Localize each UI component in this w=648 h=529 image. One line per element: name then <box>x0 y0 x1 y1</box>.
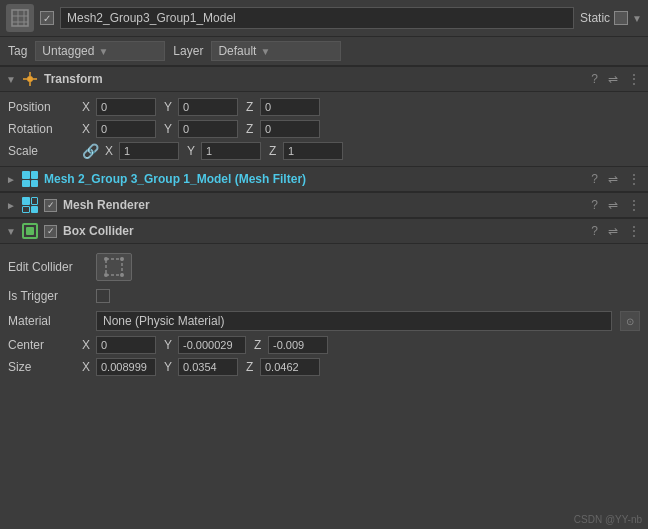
box-collider-more-btn[interactable]: ⋮ <box>626 224 642 238</box>
tag-layer-row: Tag Untagged ▼ Layer Default ▼ <box>0 37 648 66</box>
header-bar: Static ▼ <box>0 0 648 37</box>
transform-section-header[interactable]: Transform ? ⇌ ⋮ <box>0 66 648 92</box>
is-trigger-checkbox[interactable] <box>96 289 110 303</box>
gameobject-enabled-checkbox[interactable] <box>40 11 54 25</box>
mesh-renderer-checkbox[interactable] <box>44 199 57 212</box>
inspector-panel: Static ▼ Tag Untagged ▼ Layer Default ▼ <box>0 0 648 384</box>
center-z-input[interactable] <box>268 336 328 354</box>
rotation-axis-group: X Y Z <box>82 120 640 138</box>
mesh-filter-more-btn[interactable]: ⋮ <box>626 172 642 186</box>
center-axis-group: X Y Z <box>82 336 640 354</box>
center-y-label: Y <box>164 338 176 352</box>
rotation-row: Rotation X Y Z <box>0 118 648 140</box>
position-y-label: Y <box>164 100 176 114</box>
mesh-filter-help-btn[interactable]: ? <box>589 172 600 186</box>
svg-point-14 <box>120 273 124 277</box>
scale-link-icon: 🔗 <box>82 143 99 159</box>
edit-collider-button[interactable] <box>96 253 132 281</box>
position-y-input[interactable] <box>178 98 238 116</box>
transform-header-actions: ? ⇌ ⋮ <box>589 72 642 86</box>
edit-collider-row: Edit Collider <box>0 250 648 284</box>
material-label: Material <box>8 314 88 328</box>
mesh-filter-icon <box>22 171 38 187</box>
size-x-label: X <box>82 360 94 374</box>
mesh-renderer-icon <box>22 197 38 213</box>
mesh-filter-header[interactable]: Mesh 2_Group 3_Group 1_Model (Mesh Filte… <box>0 166 648 192</box>
box-collider-actions: ? ⇌ ⋮ <box>589 224 642 238</box>
is-trigger-label: Is Trigger <box>8 289 88 303</box>
material-row: Material None (Physic Material) ⊙ <box>0 308 648 334</box>
scale-z-input[interactable] <box>283 142 343 160</box>
position-x-input[interactable] <box>96 98 156 116</box>
static-label: Static <box>580 11 610 25</box>
scale-row: Scale 🔗 X Y Z <box>0 140 648 162</box>
mesh-renderer-help-btn[interactable]: ? <box>589 198 600 212</box>
scale-axis-group: 🔗 X Y Z <box>82 142 640 160</box>
mesh-renderer-settings-btn[interactable]: ⇌ <box>606 198 620 212</box>
object-icon <box>6 4 34 32</box>
box-collider-checkbox[interactable] <box>44 225 57 238</box>
box-collider-help-btn[interactable]: ? <box>589 224 600 238</box>
scale-y-label: Y <box>187 144 199 158</box>
transform-body: Position X Y Z Rotation X Y Z <box>0 92 648 166</box>
mesh-renderer-foldout <box>6 200 16 211</box>
rotation-z-input[interactable] <box>260 120 320 138</box>
svg-point-12 <box>120 257 124 261</box>
box-collider-settings-btn[interactable]: ⇌ <box>606 224 620 238</box>
svg-point-11 <box>104 257 108 261</box>
scale-y-input[interactable] <box>201 142 261 160</box>
mesh-renderer-more-btn[interactable]: ⋮ <box>626 198 642 212</box>
center-row: Center X Y Z <box>0 334 648 356</box>
svg-rect-10 <box>106 259 122 275</box>
size-y-input[interactable] <box>178 358 238 376</box>
layer-label: Layer <box>173 44 203 58</box>
size-y-label: Y <box>164 360 176 374</box>
mesh-filter-foldout <box>6 174 16 185</box>
scale-z-label: Z <box>269 144 281 158</box>
size-x-input[interactable] <box>96 358 156 376</box>
transform-more-btn[interactable]: ⋮ <box>626 72 642 86</box>
mesh-renderer-actions: ? ⇌ ⋮ <box>589 198 642 212</box>
is-trigger-row: Is Trigger <box>0 284 648 308</box>
center-x-label: X <box>82 338 94 352</box>
mesh-filter-title: Mesh 2_Group 3_Group 1_Model (Mesh Filte… <box>44 172 583 186</box>
layer-value: Default <box>218 44 256 58</box>
scale-x-input[interactable] <box>119 142 179 160</box>
rotation-z-label: Z <box>246 122 258 136</box>
mesh-renderer-header[interactable]: Mesh Renderer ? ⇌ ⋮ <box>0 192 648 218</box>
watermark: CSDN @YY-nb <box>574 514 642 525</box>
scale-x-label: X <box>105 144 117 158</box>
size-z-input[interactable] <box>260 358 320 376</box>
tag-dropdown[interactable]: Untagged ▼ <box>35 41 165 61</box>
mesh-filter-settings-btn[interactable]: ⇌ <box>606 172 620 186</box>
material-select-button[interactable]: ⊙ <box>620 311 640 331</box>
static-checkbox[interactable] <box>614 11 628 25</box>
transform-foldout-arrow <box>6 74 16 85</box>
box-collider-foldout <box>6 226 16 237</box>
rotation-x-input[interactable] <box>96 120 156 138</box>
box-collider-header[interactable]: Box Collider ? ⇌ ⋮ <box>0 218 648 244</box>
transform-help-btn[interactable]: ? <box>589 72 600 86</box>
layer-dropdown[interactable]: Default ▼ <box>211 41 341 61</box>
rotation-y-input[interactable] <box>178 120 238 138</box>
static-area: Static ▼ <box>580 11 642 25</box>
position-label: Position <box>8 100 78 114</box>
scale-label: Scale <box>8 144 78 158</box>
mesh-renderer-title: Mesh Renderer <box>63 198 583 212</box>
position-z-input[interactable] <box>260 98 320 116</box>
center-x-input[interactable] <box>96 336 156 354</box>
object-name-input[interactable] <box>60 7 574 29</box>
position-z-label: Z <box>246 100 258 114</box>
transform-settings-btn[interactable]: ⇌ <box>606 72 620 86</box>
size-label: Size <box>8 360 78 374</box>
position-axis-group: X Y Z <box>82 98 640 116</box>
tag-label: Tag <box>8 44 27 58</box>
center-z-label: Z <box>254 338 266 352</box>
center-y-input[interactable] <box>178 336 246 354</box>
tag-value: Untagged <box>42 44 94 58</box>
mesh-filter-actions: ? ⇌ ⋮ <box>589 172 642 186</box>
box-collider-body: Edit Collider Is Trigger Material None (… <box>0 244 648 384</box>
transform-title: Transform <box>44 72 583 86</box>
edit-collider-label: Edit Collider <box>8 260 88 274</box>
static-dropdown-arrow[interactable]: ▼ <box>632 13 642 24</box>
